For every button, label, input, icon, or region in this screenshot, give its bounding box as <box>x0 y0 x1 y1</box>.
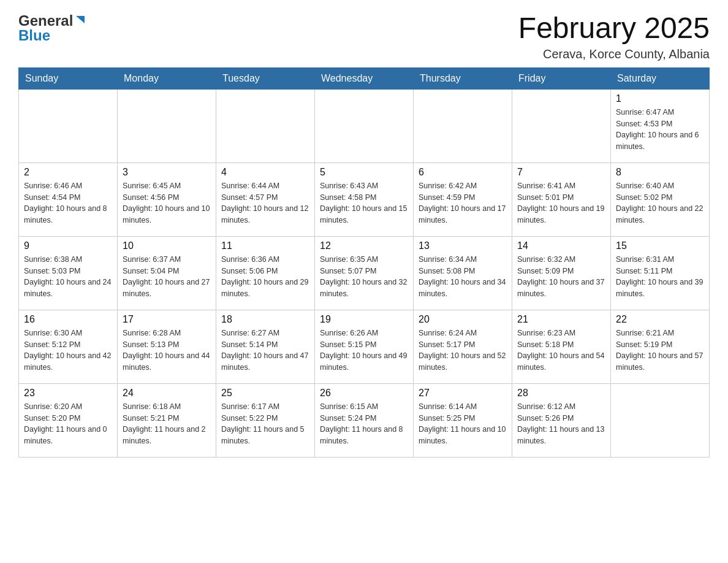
week-row-5: 23Sunrise: 6:20 AMSunset: 5:20 PMDayligh… <box>19 383 710 457</box>
table-row: 11Sunrise: 6:36 AMSunset: 5:06 PMDayligh… <box>216 236 315 310</box>
day-info: Sunrise: 6:38 AMSunset: 5:03 PMDaylight:… <box>24 254 112 300</box>
day-info: Sunrise: 6:37 AMSunset: 5:04 PMDaylight:… <box>123 254 211 300</box>
table-row: 26Sunrise: 6:15 AMSunset: 5:24 PMDayligh… <box>315 383 414 457</box>
table-row <box>216 89 315 163</box>
table-row: 27Sunrise: 6:14 AMSunset: 5:25 PMDayligh… <box>414 383 512 457</box>
calendar-header-row: SundayMondayTuesdayWednesdayThursdayFrid… <box>19 67 710 89</box>
day-number: 5 <box>320 167 408 178</box>
header-saturday: Saturday <box>611 67 710 89</box>
day-number: 28 <box>517 388 605 399</box>
day-info: Sunrise: 6:31 AMSunset: 5:11 PMDaylight:… <box>616 254 704 300</box>
table-row: 17Sunrise: 6:28 AMSunset: 5:13 PMDayligh… <box>118 310 216 383</box>
header-tuesday: Tuesday <box>216 67 315 89</box>
day-info: Sunrise: 6:35 AMSunset: 5:07 PMDaylight:… <box>320 254 408 300</box>
calendar-title: February 2025 <box>518 12 710 45</box>
day-info: Sunrise: 6:26 AMSunset: 5:15 PMDaylight:… <box>320 327 408 373</box>
day-info: Sunrise: 6:12 AMSunset: 5:26 PMDaylight:… <box>517 401 605 447</box>
table-row <box>611 383 710 457</box>
table-row: 1Sunrise: 6:47 AMSunset: 4:53 PMDaylight… <box>611 89 710 163</box>
day-info: Sunrise: 6:43 AMSunset: 4:58 PMDaylight:… <box>320 180 408 226</box>
day-info: Sunrise: 6:40 AMSunset: 5:02 PMDaylight:… <box>616 180 704 226</box>
day-number: 19 <box>320 314 408 325</box>
day-number: 24 <box>123 388 211 399</box>
day-info: Sunrise: 6:23 AMSunset: 5:18 PMDaylight:… <box>517 327 605 373</box>
day-info: Sunrise: 6:24 AMSunset: 5:17 PMDaylight:… <box>419 327 507 373</box>
day-info: Sunrise: 6:28 AMSunset: 5:13 PMDaylight:… <box>123 327 211 373</box>
table-row <box>118 89 216 163</box>
day-number: 23 <box>24 388 112 399</box>
table-row: 4Sunrise: 6:44 AMSunset: 4:57 PMDaylight… <box>216 163 315 236</box>
day-number: 4 <box>221 167 309 178</box>
day-number: 18 <box>221 314 309 325</box>
table-row: 21Sunrise: 6:23 AMSunset: 5:18 PMDayligh… <box>512 310 611 383</box>
header-wednesday: Wednesday <box>315 67 414 89</box>
day-number: 9 <box>24 240 112 251</box>
day-number: 13 <box>419 240 507 251</box>
week-row-1: 1Sunrise: 6:47 AMSunset: 4:53 PMDaylight… <box>19 89 710 163</box>
day-info: Sunrise: 6:20 AMSunset: 5:20 PMDaylight:… <box>24 401 112 447</box>
day-number: 21 <box>517 314 605 325</box>
day-info: Sunrise: 6:14 AMSunset: 5:25 PMDaylight:… <box>419 401 507 447</box>
table-row: 22Sunrise: 6:21 AMSunset: 5:19 PMDayligh… <box>611 310 710 383</box>
day-number: 8 <box>616 167 704 178</box>
calendar-subtitle: Cerava, Korce County, Albania <box>518 47 710 61</box>
logo-arrow-icon <box>74 13 87 27</box>
day-number: 12 <box>320 240 408 251</box>
svg-marker-0 <box>76 16 85 23</box>
day-number: 20 <box>419 314 507 325</box>
table-row: 5Sunrise: 6:43 AMSunset: 4:58 PMDaylight… <box>315 163 414 236</box>
table-row <box>19 89 118 163</box>
day-number: 26 <box>320 388 408 399</box>
table-row <box>315 89 414 163</box>
header-monday: Monday <box>118 67 216 89</box>
day-info: Sunrise: 6:21 AMSunset: 5:19 PMDaylight:… <box>616 327 704 373</box>
logo-blue-text: Blue <box>18 27 87 44</box>
day-number: 2 <box>24 167 112 178</box>
table-row: 12Sunrise: 6:35 AMSunset: 5:07 PMDayligh… <box>315 236 414 310</box>
day-number: 22 <box>616 314 704 325</box>
day-number: 10 <box>123 240 211 251</box>
day-number: 7 <box>517 167 605 178</box>
title-area: February 2025 Cerava, Korce County, Alba… <box>518 12 710 61</box>
calendar-table: SundayMondayTuesdayWednesdayThursdayFrid… <box>18 67 710 458</box>
day-info: Sunrise: 6:27 AMSunset: 5:14 PMDaylight:… <box>221 327 309 373</box>
day-number: 17 <box>123 314 211 325</box>
table-row: 10Sunrise: 6:37 AMSunset: 5:04 PMDayligh… <box>118 236 216 310</box>
table-row: 16Sunrise: 6:30 AMSunset: 5:12 PMDayligh… <box>19 310 118 383</box>
table-row: 19Sunrise: 6:26 AMSunset: 5:15 PMDayligh… <box>315 310 414 383</box>
day-info: Sunrise: 6:32 AMSunset: 5:09 PMDaylight:… <box>517 254 605 300</box>
day-info: Sunrise: 6:18 AMSunset: 5:21 PMDaylight:… <box>123 401 211 447</box>
table-row: 13Sunrise: 6:34 AMSunset: 5:08 PMDayligh… <box>414 236 512 310</box>
day-number: 25 <box>221 388 309 399</box>
day-number: 16 <box>24 314 112 325</box>
header-sunday: Sunday <box>19 67 118 89</box>
day-number: 1 <box>616 93 704 104</box>
day-info: Sunrise: 6:36 AMSunset: 5:06 PMDaylight:… <box>221 254 309 300</box>
table-row: 18Sunrise: 6:27 AMSunset: 5:14 PMDayligh… <box>216 310 315 383</box>
day-info: Sunrise: 6:17 AMSunset: 5:22 PMDaylight:… <box>221 401 309 447</box>
table-row: 23Sunrise: 6:20 AMSunset: 5:20 PMDayligh… <box>19 383 118 457</box>
day-number: 6 <box>419 167 507 178</box>
day-info: Sunrise: 6:47 AMSunset: 4:53 PMDaylight:… <box>616 107 704 153</box>
table-row: 14Sunrise: 6:32 AMSunset: 5:09 PMDayligh… <box>512 236 611 310</box>
day-info: Sunrise: 6:44 AMSunset: 4:57 PMDaylight:… <box>221 180 309 226</box>
day-number: 27 <box>419 388 507 399</box>
table-row: 9Sunrise: 6:38 AMSunset: 5:03 PMDaylight… <box>19 236 118 310</box>
header-friday: Friday <box>512 67 611 89</box>
day-info: Sunrise: 6:46 AMSunset: 4:54 PMDaylight:… <box>24 180 112 226</box>
table-row <box>414 89 512 163</box>
day-info: Sunrise: 6:45 AMSunset: 4:56 PMDaylight:… <box>123 180 211 226</box>
day-number: 15 <box>616 240 704 251</box>
table-row: 7Sunrise: 6:41 AMSunset: 5:01 PMDaylight… <box>512 163 611 236</box>
day-info: Sunrise: 6:42 AMSunset: 4:59 PMDaylight:… <box>419 180 507 226</box>
day-info: Sunrise: 6:34 AMSunset: 5:08 PMDaylight:… <box>419 254 507 300</box>
week-row-2: 2Sunrise: 6:46 AMSunset: 4:54 PMDaylight… <box>19 163 710 236</box>
day-number: 11 <box>221 240 309 251</box>
table-row: 2Sunrise: 6:46 AMSunset: 4:54 PMDaylight… <box>19 163 118 236</box>
table-row: 20Sunrise: 6:24 AMSunset: 5:17 PMDayligh… <box>414 310 512 383</box>
week-row-3: 9Sunrise: 6:38 AMSunset: 5:03 PMDaylight… <box>19 236 710 310</box>
table-row: 8Sunrise: 6:40 AMSunset: 5:02 PMDaylight… <box>611 163 710 236</box>
table-row: 25Sunrise: 6:17 AMSunset: 5:22 PMDayligh… <box>216 383 315 457</box>
day-info: Sunrise: 6:30 AMSunset: 5:12 PMDaylight:… <box>24 327 112 373</box>
table-row: 15Sunrise: 6:31 AMSunset: 5:11 PMDayligh… <box>611 236 710 310</box>
